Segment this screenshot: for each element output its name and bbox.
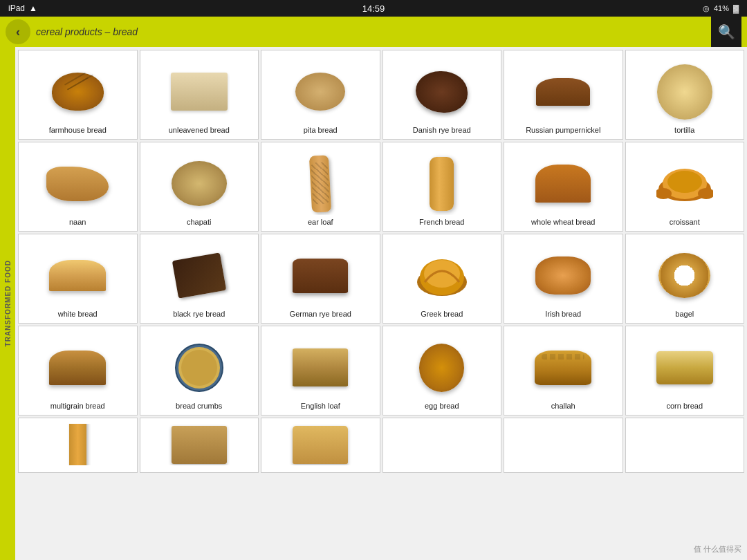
- bread-image: [149, 245, 250, 307]
- list-item[interactable]: unleavened bread: [140, 50, 259, 140]
- bread-image: [27, 153, 128, 215]
- list-item[interactable]: pita bread: [261, 50, 380, 140]
- list-item[interactable]: black rye bread: [140, 234, 259, 324]
- pita-bread-icon: [295, 73, 345, 111]
- bread-image: [634, 153, 735, 215]
- list-item[interactable]: French bread: [382, 142, 502, 232]
- side-tab: TRANSFORMED FOOD: [0, 47, 15, 560]
- list-item[interactable]: English loaf: [261, 326, 380, 416]
- bread-image: [634, 61, 735, 123]
- wifi-icon: ▲: [29, 3, 37, 13]
- english-loaf-icon: [293, 348, 348, 386]
- location-icon: ◎: [703, 4, 710, 13]
- svg-point-2: [667, 171, 702, 193]
- side-tab-label: TRANSFORMED FOOD: [4, 260, 12, 346]
- search-icon: 🔍: [718, 24, 735, 40]
- bread-label: egg bread: [425, 402, 459, 411]
- list-item[interactable]: bagel: [625, 234, 745, 324]
- bread-label: pita bread: [304, 126, 338, 135]
- croissant-icon: [656, 165, 713, 203]
- list-item[interactable]: Russian pumpernickel: [504, 50, 623, 140]
- egg-bread-icon: [419, 344, 464, 392]
- bread-label: German rye bread: [290, 310, 351, 319]
- bread-label: Danish rye bread: [413, 126, 471, 135]
- status-bar: iPad ▲ 14:59 ◎ 41% ▓: [0, 0, 747, 17]
- tortilla-icon: [657, 64, 712, 120]
- main-layout: TRANSFORMED FOOD farmhouse bread unleave…: [0, 47, 747, 560]
- list-item[interactable]: corn bread: [625, 326, 745, 416]
- greek-bread-icon: [414, 253, 470, 298]
- bread-image: [391, 61, 492, 123]
- list-item[interactable]: tortilla: [625, 50, 745, 140]
- list-item[interactable]: challah: [504, 326, 623, 416]
- bread-image: [27, 424, 128, 465]
- bread-label: croissant: [670, 218, 700, 227]
- black-rye-bread-icon: [172, 253, 226, 299]
- challah-icon: [535, 351, 591, 385]
- list-item[interactable]: Greek bread: [382, 234, 502, 324]
- sliced-bread-icon: [293, 426, 348, 464]
- bread-label: ear loaf: [308, 218, 333, 227]
- bread-label: Greek bread: [421, 310, 463, 319]
- bread-image: [270, 61, 371, 123]
- list-item[interactable]: egg bread: [382, 326, 502, 416]
- list-item[interactable]: Danish rye bread: [382, 50, 502, 140]
- list-item[interactable]: German rye bread: [261, 234, 380, 324]
- french-bread-icon: [430, 157, 454, 211]
- list-item[interactable]: ear loaf: [261, 142, 380, 232]
- farmhouse-bread-icon: [52, 73, 104, 111]
- bread-label: bread crumbs: [176, 402, 222, 411]
- baguette-icon: [69, 424, 86, 465]
- battery-label: 41%: [714, 4, 729, 12]
- status-right: ◎ 41% ▓: [703, 4, 739, 13]
- back-button[interactable]: ‹: [6, 19, 30, 44]
- content-area[interactable]: farmhouse bread unleavened bread pita br…: [15, 47, 747, 560]
- bread-image: [270, 153, 371, 215]
- bread-image: [270, 245, 371, 307]
- bread-image: [634, 337, 735, 399]
- chapati-icon: [172, 161, 227, 206]
- list-item[interactable]: [261, 418, 380, 473]
- bread-image: [513, 61, 614, 123]
- bread-image: [27, 245, 128, 307]
- multigrain-bread-icon: [49, 351, 106, 385]
- bread-crumbs-icon: [174, 343, 224, 393]
- bagel-icon: [658, 253, 710, 298]
- list-item[interactable]: whole wheat bread: [504, 142, 623, 232]
- bread-label: Irish bread: [545, 310, 581, 319]
- status-left: iPad ▲: [8, 3, 37, 13]
- bread-image: [391, 245, 492, 307]
- svg-point-7: [424, 260, 460, 288]
- bread-image: [513, 337, 614, 399]
- bread-label: white bread: [58, 310, 98, 319]
- list-item[interactable]: farmhouse bread: [18, 50, 138, 140]
- bread-label: Russian pumpernickel: [526, 126, 600, 135]
- bread-label: chapati: [187, 218, 211, 227]
- list-item[interactable]: [140, 418, 259, 473]
- bread-label: whole wheat bread: [531, 218, 595, 227]
- ear-loaf-icon: [309, 155, 331, 212]
- list-item[interactable]: white bread: [18, 234, 138, 324]
- bread-image: [391, 337, 492, 399]
- list-item[interactable]: [18, 418, 138, 473]
- list-item[interactable]: croissant: [625, 142, 745, 232]
- list-item[interactable]: naan: [18, 142, 138, 232]
- crispbread-icon: [172, 426, 227, 464]
- bread-label: challah: [551, 402, 575, 411]
- bread-image: [513, 153, 614, 215]
- list-item[interactable]: Irish bread: [504, 234, 623, 324]
- bread-image: [27, 61, 128, 123]
- search-button[interactable]: 🔍: [711, 17, 741, 47]
- bread-image: [149, 153, 250, 215]
- list-item[interactable]: chapati: [140, 142, 259, 232]
- status-time: 14:59: [362, 3, 385, 14]
- list-item[interactable]: bread crumbs: [140, 326, 259, 416]
- irish-bread-icon: [535, 256, 591, 295]
- whole-wheat-bread-icon: [535, 165, 591, 203]
- device-label: iPad: [8, 3, 25, 13]
- bread-image: [513, 424, 614, 465]
- battery-icon: ▓: [733, 4, 739, 12]
- bread-label: tortilla: [674, 126, 694, 135]
- list-item[interactable]: multigrain bread: [18, 326, 138, 416]
- bread-label: corn bread: [666, 402, 703, 411]
